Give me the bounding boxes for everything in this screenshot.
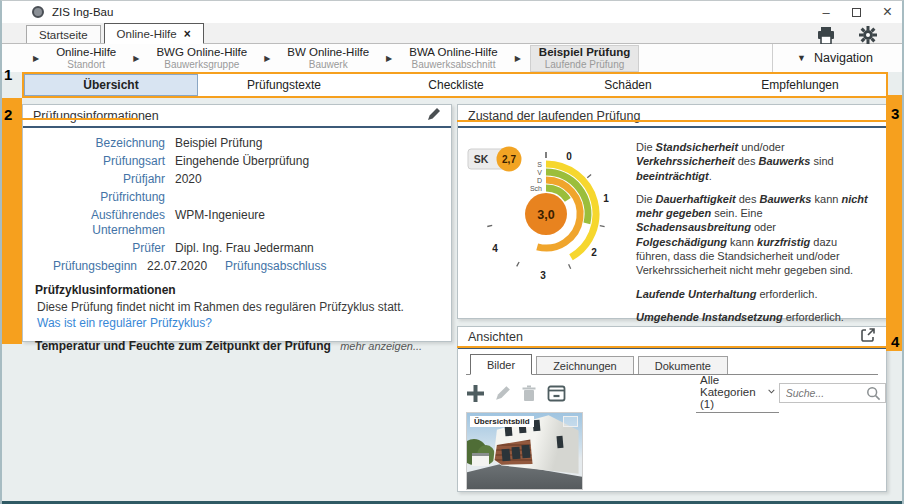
photo-label: Übersichtsbild — [470, 416, 534, 427]
titlebar: ZIS Ing-Bau — [2, 1, 902, 23]
app-tab-bar: Startseite Online-Hilfe × — [2, 23, 902, 44]
breadcrumb-arrow-icon: ▶ — [386, 54, 392, 63]
breadcrumb-item-bauwerk[interactable]: BW Online-Hilfe Bauwerk — [279, 45, 377, 72]
temperature-heading: Temperatur und Feuchte zum Zeitpunkt der… — [35, 339, 331, 353]
add-image-button[interactable] — [466, 384, 485, 403]
condition-gauge: S V D Sch 0 1 2 3 4 3,0 SK 2,7 — [462, 132, 632, 290]
callout-4-underline — [457, 346, 886, 348]
category-dropdown[interactable]: Alle Kategorien (1) — [696, 374, 779, 413]
print-icon[interactable] — [816, 26, 836, 45]
navigation-dropdown[interactable]: ▼ Navigation — [772, 44, 890, 72]
maximize-button[interactable] — [852, 8, 861, 17]
svg-text:3,0: 3,0 — [537, 208, 554, 222]
callout-1: 1 — [4, 67, 12, 82]
cycle-info-text: Diese Prüfung findet nicht im Rahmen des… — [37, 300, 441, 314]
app-icon — [32, 6, 44, 18]
callout-bar-left — [2, 98, 22, 344]
delete-image-button[interactable] — [521, 385, 537, 402]
expand-icon[interactable] — [860, 327, 876, 347]
breadcrumb-item-bauwerksgruppe[interactable]: BWG Online-Hilfe Bauwerksgruppe — [148, 45, 255, 72]
pruefungsinformationen-card: Prüfungsinformationen BezeichnungBeispie… — [22, 104, 452, 342]
close-button[interactable]: × — [883, 4, 892, 20]
ansichten-card: Ansichten Bilder Zeichnungen Dokumente — [457, 326, 887, 492]
svg-text:Sch: Sch — [530, 185, 542, 192]
breadcrumb: ▶ Online-Hilfe Standort ▶ BWG Online-Hil… — [2, 44, 902, 72]
svg-text:SK: SK — [474, 153, 489, 165]
breadcrumb-arrow-icon: ▶ — [33, 54, 39, 63]
tab-dokumente[interactable]: Dokumente — [638, 356, 728, 374]
svg-text:S: S — [537, 161, 542, 168]
views-toolbar: Alle Kategorien (1) — [466, 381, 878, 405]
field-row: BezeichnungBeispiel Prüfung — [33, 136, 441, 151]
tab-schaeden[interactable]: Schäden — [542, 74, 714, 96]
condition-paragraph: Umgehende Instandsetzung erforderlich. — [636, 310, 870, 324]
cycle-info-heading: Prüfzyklusinformationen — [35, 283, 441, 297]
overview-photo-thumbnail[interactable]: Übersichtsbild — [466, 412, 583, 490]
chevron-down-icon: ▼ — [797, 53, 806, 63]
cycle-info-link[interactable]: Was ist ein regulärer Prüfzyklus? — [37, 316, 441, 330]
condition-paragraph: Die Standsicherheit und/oder Verkehrssic… — [636, 140, 870, 183]
search-icon — [866, 386, 881, 401]
show-more-link[interactable]: mehr anzeigen... — [340, 340, 422, 352]
callout-4: 4 — [891, 334, 899, 349]
breadcrumb-arrow-icon: ▶ — [133, 54, 139, 63]
field-row: Prüfrichtung — [33, 190, 441, 205]
views-tab-bar: Bilder Zeichnungen Dokumente — [466, 354, 878, 375]
callout-2-underline — [22, 118, 138, 120]
chevron-down-icon — [768, 388, 775, 395]
field-row: PrüferDipl. Ing. Frau Jedermann — [33, 241, 441, 256]
svg-text:4: 4 — [492, 243, 498, 254]
callout-2: 2 — [4, 107, 12, 122]
breadcrumb-arrow-icon: ▶ — [264, 54, 270, 63]
search-box[interactable] — [779, 383, 886, 403]
tab-bilder[interactable]: Bilder — [470, 354, 532, 375]
tab-zeichnungen[interactable]: Zeichnungen — [536, 356, 634, 374]
breadcrumb-arrow-icon: ▶ — [515, 54, 521, 63]
search-input[interactable] — [784, 386, 866, 400]
svg-text:3: 3 — [540, 270, 546, 281]
svg-text:0: 0 — [566, 151, 572, 162]
breadcrumb-item-laufende-pruefung[interactable]: Beispiel Prüfung Laufende Prüfung — [530, 45, 639, 72]
card-title: Prüfungsinformationen — [33, 109, 159, 123]
photo-select-corner — [563, 416, 578, 427]
tab-startseite[interactable]: Startseite — [26, 25, 101, 43]
field-row-begin: Prüfungsbeginn 22.07.2020 Prüfungsabschl… — [33, 259, 441, 274]
svg-text:2: 2 — [591, 247, 597, 258]
tab-close-icon[interactable]: × — [184, 28, 191, 40]
breadcrumb-item-standort[interactable]: Online-Hilfe Standort — [48, 45, 124, 72]
zustand-card: Zustand der laufenden Prüfung — [457, 104, 887, 319]
section-tab-bar: Übersicht Prüfungstexte Checkliste Schäd… — [22, 72, 888, 98]
svg-text:2,7: 2,7 — [502, 154, 516, 165]
condition-paragraph: Laufende Unterhaltung erforderlich. — [636, 287, 870, 301]
callout-3-underline — [457, 120, 886, 122]
callout-bar-right — [886, 95, 904, 351]
card-title: Ansichten — [468, 330, 523, 344]
remove-category-button[interactable] — [547, 385, 566, 402]
breadcrumb-item-bauwerksabschnitt[interactable]: BWA Online-Hilfe Bauwerksabschnitt — [401, 45, 505, 72]
field-row: PrüfungsartEingehende Überprüfung — [33, 154, 441, 169]
svg-text:1: 1 — [603, 193, 609, 204]
svg-text:V: V — [537, 169, 542, 176]
tab-empfehlungen[interactable]: Empfehlungen — [714, 74, 886, 96]
window-title: ZIS Ing-Bau — [52, 6, 113, 18]
minimize-button[interactable]: – — [822, 6, 829, 19]
settings-gear-icon[interactable] — [858, 25, 878, 45]
tab-online-hilfe[interactable]: Online-Hilfe × — [104, 23, 204, 44]
condition-paragraph: Die Dauerhaftigkeit des Bauwerks kann ni… — [636, 192, 870, 278]
edit-pencil-icon[interactable] — [427, 107, 441, 125]
svg-text:D: D — [537, 177, 542, 184]
app-window: ZIS Ing-Bau – × Startseite Online-Hilfe … — [0, 0, 904, 504]
field-row: Ausführendes UnternehmenWPM-Ingenieure — [33, 208, 441, 238]
tab-uebersicht[interactable]: Übersicht — [24, 74, 198, 96]
field-row: Prüfjahr2020 — [33, 172, 441, 187]
tab-checkliste[interactable]: Checkliste — [370, 74, 542, 96]
callout-3: 3 — [891, 106, 899, 121]
tab-pruefungstexte[interactable]: Prüfungstexte — [198, 74, 370, 96]
edit-image-button[interactable] — [495, 385, 511, 401]
